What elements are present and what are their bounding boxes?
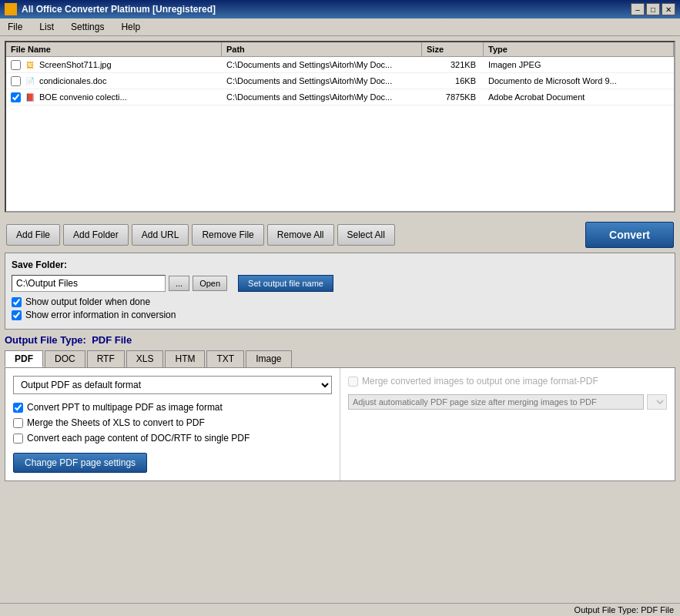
adjust-input	[348, 394, 644, 410]
remove-file-button[interactable]: Remove File	[192, 224, 263, 246]
browse-button[interactable]: ...	[169, 276, 189, 291]
tabs-row: PDF DOC RTF XLS HTM TXT Image	[5, 350, 675, 367]
merge-checkbox[interactable]	[348, 377, 358, 387]
app-icon	[5, 3, 17, 15]
option-ppt-checkbox[interactable]	[13, 403, 23, 413]
add-file-button[interactable]: Add File	[6, 224, 60, 246]
tab-htm[interactable]: HTM	[165, 350, 205, 367]
save-folder-row: ... Open Set output file name	[12, 275, 668, 292]
option-doc-row: Convert each page content of DOC/RTF to …	[13, 433, 332, 444]
file-name-1: ScreenShot711.jpg	[39, 60, 112, 69]
tab-doc[interactable]: DOC	[45, 350, 85, 367]
output-path-input[interactable]	[12, 275, 166, 292]
doc-icon: 📄	[24, 75, 36, 87]
select-all-button[interactable]: Select All	[337, 224, 395, 246]
file-type-3: Adobe Acrobat Document	[484, 91, 674, 103]
option-xls-row: Merge the Sheets of XLS to convert to PD…	[13, 417, 332, 428]
file-checkbox-3[interactable]	[11, 92, 21, 102]
file-checkbox-2[interactable]	[11, 76, 21, 86]
save-folder-section: Save Folder: ... Open Set output file na…	[5, 253, 675, 330]
col-type: Type	[484, 42, 674, 56]
table-row: 📕 BOE convenio colecti... C:\Documents a…	[6, 89, 674, 105]
show-output-checkbox[interactable]	[12, 297, 22, 307]
show-error-checkbox[interactable]	[12, 310, 22, 320]
adjust-dropdown[interactable]	[647, 394, 667, 410]
table-row: 📄 condicionales.doc C:\Documents and Set…	[6, 73, 674, 89]
remove-all-button[interactable]: Remove All	[267, 224, 334, 246]
title-bar: All Office Converter Platinum [Unregiste…	[0, 0, 680, 18]
show-error-row: Show error information in conversion	[12, 310, 668, 320]
open-button[interactable]: Open	[193, 276, 227, 291]
file-path-3: C:\Documents and Settings\Aitorh\My Doc.…	[222, 91, 422, 103]
tab-pdf[interactable]: PDF	[5, 350, 43, 367]
pdf-options-right: Merge converted images to output one ima…	[340, 368, 675, 480]
show-error-label: Show error information in conversion	[25, 310, 176, 320]
file-size-3: 7875KB	[422, 91, 484, 103]
menu-settings[interactable]: Settings	[66, 20, 109, 34]
pdf-options-left: Output PDF as default format PDF/A PDF 1…	[5, 368, 340, 480]
option-ppt-row: Convert PPT to multipage PDF as image fo…	[13, 402, 332, 413]
toolbar: Add File Add Folder Add URL Remove File …	[5, 217, 675, 253]
file-type-1: Imagen JPEG	[484, 59, 674, 71]
file-size-2: 16KB	[422, 75, 484, 87]
merge-option-row: Merge converted images to output one ima…	[348, 376, 667, 387]
maximize-button[interactable]: □	[646, 3, 660, 15]
option-xls-checkbox[interactable]	[13, 418, 23, 428]
add-folder-button[interactable]: Add Folder	[63, 224, 129, 246]
file-name-2: condicionales.doc	[39, 76, 106, 85]
save-folder-label: Save Folder:	[12, 259, 668, 270]
tab-txt[interactable]: TXT	[206, 350, 244, 367]
tab-image[interactable]: Image	[246, 350, 291, 367]
merge-label: Merge converted images to output one ima…	[362, 376, 598, 387]
pdf-format-dropdown[interactable]: Output PDF as default format PDF/A PDF 1…	[13, 376, 332, 394]
minimize-button[interactable]: –	[631, 3, 645, 15]
title-text: All Office Converter Platinum [Unregiste…	[22, 4, 216, 15]
tab-content: Output PDF as default format PDF/A PDF 1…	[5, 367, 675, 481]
show-output-row: Show output folder when done	[12, 296, 668, 307]
pdf-icon: 📕	[24, 91, 36, 103]
menu-bar: File List Settings Help	[0, 18, 680, 36]
file-list-container: File Name Path Size Type 🖼 ScreenShot711…	[5, 41, 675, 213]
file-list-header: File Name Path Size Type	[6, 42, 674, 57]
add-url-button[interactable]: Add URL	[132, 224, 189, 246]
table-row: 🖼 ScreenShot711.jpg C:\Documents and Set…	[6, 57, 674, 73]
close-button[interactable]: ✕	[662, 3, 675, 15]
option-xls-label: Merge the Sheets of XLS to convert to PD…	[27, 417, 205, 428]
tab-xls[interactable]: XLS	[126, 350, 164, 367]
file-size-1: 321KB	[422, 59, 484, 71]
jpg-icon: 🖼	[24, 59, 36, 71]
option-doc-label: Convert each page content of DOC/RTF to …	[27, 433, 250, 444]
option-doc-checkbox[interactable]	[13, 434, 23, 444]
show-output-label: Show output folder when done	[25, 296, 150, 307]
menu-help[interactable]: Help	[116, 20, 145, 34]
col-size: Size	[422, 42, 484, 56]
set-output-button[interactable]: Set output file name	[238, 275, 333, 292]
menu-file[interactable]: File	[3, 20, 27, 34]
option-ppt-label: Convert PPT to multipage PDF as image fo…	[27, 402, 223, 413]
file-list-body: 🖼 ScreenShot711.jpg C:\Documents and Set…	[6, 57, 674, 211]
file-path-1: C:\Documents and Settings\Aitorh\My Doc.…	[222, 59, 422, 71]
file-checkbox-1[interactable]	[11, 60, 21, 70]
file-path-2: C:\Documents and Settings\Aitorh\My Doc.…	[222, 75, 422, 87]
change-pdf-settings-button[interactable]: Change PDF page settings	[13, 453, 147, 473]
tab-rtf[interactable]: RTF	[87, 350, 125, 367]
adjust-row	[348, 394, 667, 410]
convert-button[interactable]: Convert	[585, 222, 674, 248]
main-content: File Name Path Size Type 🖼 ScreenShot711…	[0, 36, 680, 486]
col-path: Path	[222, 42, 422, 56]
output-type-label: Output File Type: PDF File	[5, 334, 675, 346]
menu-list[interactable]: List	[35, 20, 59, 34]
file-name-3: BOE convenio colecti...	[39, 92, 127, 102]
file-type-2: Documento de Microsoft Word 9...	[484, 75, 674, 87]
col-filename: File Name	[6, 42, 222, 56]
